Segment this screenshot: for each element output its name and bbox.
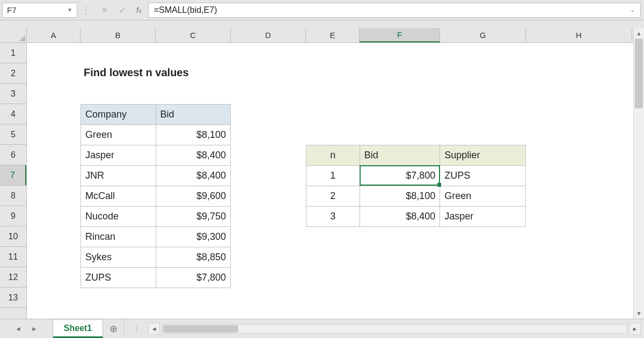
col-bid[interactable]: Bid — [156, 105, 230, 125]
fx-label[interactable]: fx — [135, 5, 145, 14]
cells-area[interactable]: Find lowest n values Company Bid Green$8… — [27, 43, 633, 319]
row-header-10[interactable]: 10 — [0, 226, 26, 247]
formula-buttons: ⋮ ✕ ✓ fx — [77, 5, 148, 16]
table-row: Green$8,100 — [81, 125, 231, 145]
row-header-6[interactable]: 6 — [0, 145, 26, 165]
col-bid2[interactable]: Bid — [360, 145, 440, 166]
tab-nav: ◄ ► — [0, 319, 53, 338]
col-header-C[interactable]: C — [156, 28, 231, 42]
row-header-1[interactable]: 1 — [0, 43, 26, 63]
excel-window: F7 ▼ ⋮ ✕ ✓ fx =SMALL(bid,E7) ⌄ A B C D E… — [0, 0, 644, 338]
spreadsheet-grid[interactable]: A B C D E F G H 1 2 3 4 5 6 7 8 9 10 11 … — [0, 28, 644, 319]
tab-next-icon[interactable]: ► — [31, 325, 38, 333]
spacer — [0, 20, 644, 28]
table-row: McCall$9,600 — [81, 186, 231, 207]
table-row: Sykes$8,850 — [81, 247, 231, 268]
row-header-13[interactable]: 13 — [0, 288, 26, 308]
scroll-down-icon[interactable]: ▼ — [634, 308, 644, 319]
formula-text: =SMALL(bid,E7) — [154, 5, 217, 15]
lowest-n-table: n Bid Supplier 1$7,800ZUPS 2$8,100Green … — [306, 145, 526, 227]
col-header-H[interactable]: H — [526, 28, 632, 42]
ellipsis-icon: ⋮ — [80, 5, 91, 16]
row-header-3[interactable]: 3 — [0, 84, 26, 104]
formula-input[interactable]: =SMALL(bid,E7) ⌄ — [148, 3, 641, 18]
row-header-2[interactable]: 2 — [0, 63, 26, 84]
horizontal-scrollbar[interactable]: ⋮ ◄ ► — [125, 319, 644, 338]
table-row: Rincan$9,300 — [81, 227, 231, 247]
col-header-B[interactable]: B — [80, 28, 156, 42]
scroll-track[interactable] — [635, 39, 643, 308]
row-header-9[interactable]: 9 — [0, 206, 26, 226]
formula-bar: F7 ▼ ⋮ ✕ ✓ fx =SMALL(bid,E7) ⌄ — [0, 0, 644, 20]
col-supplier[interactable]: Supplier — [440, 145, 526, 166]
col-header-E[interactable]: E — [306, 28, 360, 42]
row-header-11[interactable]: 11 — [0, 247, 26, 267]
col-header-F[interactable]: F — [360, 28, 440, 42]
hscroll-right-icon[interactable]: ► — [629, 323, 641, 335]
expand-formula-icon[interactable]: ⌄ — [630, 6, 635, 13]
hscroll-left-icon[interactable]: ◄ — [148, 323, 160, 335]
sheet-tabs: Sheet1 — [53, 319, 103, 338]
table-row: 2$8,100Green — [306, 186, 526, 207]
tab-prev-icon[interactable]: ◄ — [15, 325, 21, 333]
add-sheet-button[interactable]: ⊕ — [103, 319, 125, 338]
table-row: ZUPS$7,800 — [81, 268, 231, 288]
bids-table: Company Bid Green$8,100 Jasper$8,400 JNR… — [80, 104, 231, 288]
col-header-D[interactable]: D — [231, 28, 306, 42]
column-headers: A B C D E F G H — [27, 28, 633, 43]
row-header-5[interactable]: 5 — [0, 124, 26, 145]
col-company[interactable]: Company — [81, 105, 156, 125]
table-row: 3$8,400Jasper — [306, 207, 526, 227]
row-header-7[interactable]: 7 — [0, 165, 26, 186]
row-headers: 1 2 3 4 5 6 7 8 9 10 11 12 13 — [0, 43, 27, 319]
scroll-thumb[interactable] — [635, 39, 643, 108]
hscroll-thumb[interactable] — [163, 325, 238, 333]
row-header-12[interactable]: 12 — [0, 267, 26, 288]
row-header-4[interactable]: 4 — [0, 104, 26, 124]
accept-formula-icon[interactable]: ✓ — [117, 5, 128, 16]
sheet-tab-active[interactable]: Sheet1 — [53, 320, 103, 338]
grip-icon[interactable]: ⋮ — [128, 325, 146, 333]
chevron-down-icon[interactable]: ▼ — [67, 7, 72, 13]
table-row: Jasper$8,400 — [81, 145, 231, 166]
col-header-G[interactable]: G — [440, 28, 526, 42]
page-title: Find lowest n values — [84, 67, 189, 79]
cancel-formula-icon[interactable]: ✕ — [99, 5, 109, 16]
table-row: 1$7,800ZUPS — [306, 166, 526, 186]
table-row: Nucode$9,750 — [81, 207, 231, 227]
vertical-scrollbar[interactable]: ▲ ▼ — [633, 28, 644, 319]
name-box-value: F7 — [7, 5, 17, 14]
svg-marker-0 — [19, 35, 25, 41]
scroll-up-icon[interactable]: ▲ — [634, 28, 644, 39]
sheet-tab-bar: ◄ ► Sheet1 ⊕ ⋮ ◄ ► — [0, 319, 644, 338]
col-n[interactable]: n — [306, 145, 360, 166]
hscroll-track[interactable] — [162, 324, 627, 334]
select-all-corner[interactable] — [0, 28, 27, 43]
name-box[interactable]: F7 ▼ — [2, 3, 77, 18]
table-row: JNR$8,400 — [81, 166, 231, 186]
col-header-A[interactable]: A — [27, 28, 80, 42]
row-header-8[interactable]: 8 — [0, 186, 26, 206]
